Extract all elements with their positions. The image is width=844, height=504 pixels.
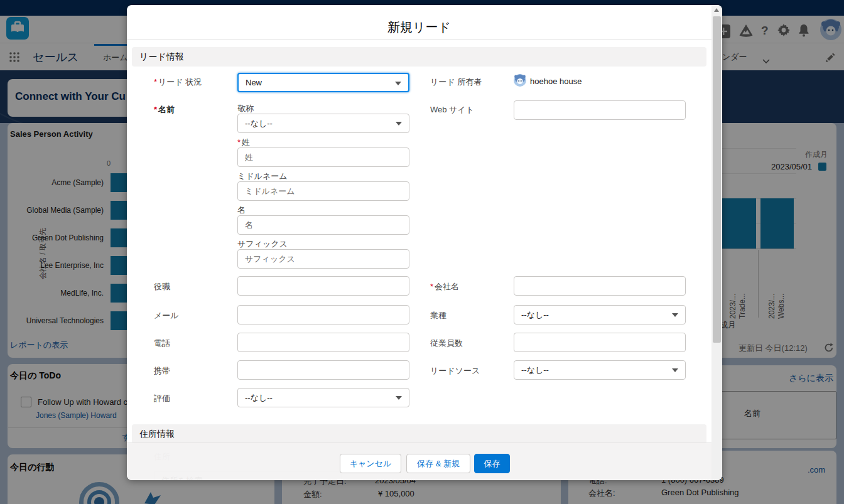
industry-label-text: 業種 <box>430 311 446 320</box>
lead-owner-label: リード 所有者 <box>430 77 482 88</box>
lead-source-label: リードソース <box>430 365 480 377</box>
scroll-up-arrow-icon[interactable] <box>714 8 719 12</box>
section-lead-info-label: リード情報 <box>139 51 184 63</box>
salutation-value: --なし-- <box>245 118 273 129</box>
industry-label: 業種 <box>430 310 446 321</box>
last-name-label: *姓 <box>237 137 250 148</box>
modal-scrollbar-thumb[interactable] <box>713 16 721 343</box>
phone-label: 電話 <box>154 338 170 349</box>
company-label-text: 会社名 <box>435 282 459 291</box>
section-lead-info: リード情報 <box>132 47 706 67</box>
required-mark: * <box>430 282 433 291</box>
required-mark: * <box>154 77 157 87</box>
required-mark: * <box>237 137 241 147</box>
lead-status-label: *リード 状況 <box>154 77 202 88</box>
middle-name-input[interactable] <box>237 181 409 201</box>
lead-source-label-text: リードソース <box>430 366 480 375</box>
salutation-label: 敬称 <box>237 103 254 114</box>
lead-source-select[interactable]: --なし-- <box>514 360 686 380</box>
industry-select[interactable]: --なし-- <box>514 305 686 324</box>
industry-value: --なし-- <box>521 309 549 321</box>
mobile-input[interactable] <box>237 360 409 380</box>
suffix-input[interactable] <box>237 249 409 269</box>
last-name-label-text: 姓 <box>242 137 250 147</box>
job-title-input[interactable] <box>237 276 409 296</box>
phone-label-text: 電話 <box>154 338 170 348</box>
rating-select[interactable]: --なし-- <box>237 388 409 407</box>
save-button[interactable]: 保存 <box>474 454 510 473</box>
employees-label-text: 従業員数 <box>430 338 463 348</box>
owner-avatar <box>514 74 526 89</box>
employees-input[interactable] <box>514 333 686 352</box>
website-label-text: Web サイト <box>430 105 474 114</box>
first-name-label-text: 名 <box>237 205 246 215</box>
name-group-label: *名前 <box>154 104 175 115</box>
salutation-label-text: 敬称 <box>237 104 254 113</box>
middle-name-label-text: ミドルネーム <box>237 171 288 181</box>
rating-label: 評価 <box>154 393 170 404</box>
company-label: *会社名 <box>430 281 459 292</box>
mobile-label-text: 携帯 <box>154 366 170 375</box>
employees-label: 従業員数 <box>430 338 463 349</box>
lead-owner-value: hoehoe house <box>530 77 582 86</box>
suffix-label: サフィックス <box>237 239 288 250</box>
job-title-label: 役職 <box>154 281 170 292</box>
last-name-input[interactable] <box>237 147 409 167</box>
lead-status-select[interactable]: New <box>237 73 409 92</box>
save-and-new-button[interactable]: 保存 & 新規 <box>406 454 470 473</box>
company-input[interactable] <box>514 276 686 296</box>
suffix-label-text: サフィックス <box>237 239 288 249</box>
modal-title: 新規リード <box>127 19 711 36</box>
email-input[interactable] <box>237 305 409 324</box>
name-group-label-text: 名前 <box>158 105 175 114</box>
screen: ? セールス ホーム ンダー Connect with Your Cu <box>0 0 844 504</box>
section-address-info: 住所情報 <box>132 424 706 444</box>
phone-input[interactable] <box>237 333 409 352</box>
lead-status-value: New <box>246 78 262 87</box>
first-name-label: 名 <box>237 205 246 216</box>
mobile-label: 携帯 <box>154 365 170 377</box>
lead-status-label-text: リード 状況 <box>158 77 202 87</box>
middle-name-label: ミドルネーム <box>237 171 288 182</box>
section-address-info-label: 住所情報 <box>139 429 175 440</box>
job-title-label-text: 役職 <box>154 282 170 291</box>
salutation-select[interactable]: --なし-- <box>237 114 409 133</box>
required-mark: * <box>154 105 157 114</box>
email-label-text: メール <box>154 311 179 320</box>
email-label: メール <box>154 310 179 321</box>
modal-header-divider <box>127 39 722 40</box>
lead-owner-label-text: リード 所有者 <box>430 77 482 87</box>
first-name-input[interactable] <box>237 215 409 235</box>
website-input[interactable] <box>514 100 686 120</box>
website-label: Web サイト <box>430 104 474 115</box>
lead-source-value: --なし-- <box>521 365 549 376</box>
rating-label-text: 評価 <box>154 394 170 403</box>
cancel-button[interactable]: キャンセル <box>340 454 401 473</box>
new-lead-modal: 新規リード リード情報 *リード 状況 New リード 所有者 hoehoe h… <box>127 5 722 480</box>
rating-value: --なし-- <box>245 392 273 404</box>
